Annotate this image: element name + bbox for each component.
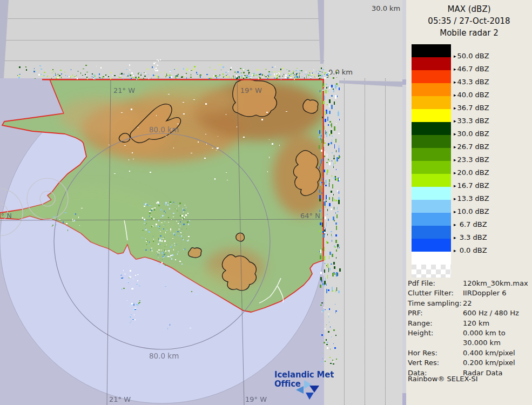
dbz-value-label: 23.3 dBZ <box>457 156 489 164</box>
info-value: 120 km <box>463 319 489 328</box>
colorbar-block <box>412 70 451 83</box>
vertical-profile-right-panel <box>324 78 402 405</box>
colorbar-label: ▸30.0 dBZ <box>454 130 489 138</box>
dbz-value-label: 43.3 dBZ <box>457 78 489 86</box>
meridian-label: 19° W <box>240 86 262 94</box>
colorbar-block <box>412 83 451 96</box>
product-header: MAX (dBZ) 05:35 / 27-Oct-2018 Mobile rad… <box>406 3 532 39</box>
profile-corner-panel: 30.0 km 0.0 km <box>324 0 402 78</box>
colorbar-label: ▸16.7 dBZ <box>454 181 489 190</box>
colorbar-block <box>412 200 451 213</box>
profile-gridline <box>385 78 386 405</box>
met-office-triangles-icon <box>296 377 322 402</box>
info-value: 0.400 km/pixel <box>463 348 515 358</box>
dbz-value-label: 16.7 dBZ <box>457 181 489 190</box>
colorbar-label: ▸26.7 dBZ <box>454 143 489 151</box>
info-row: Range:120 km <box>408 319 531 328</box>
info-row: PRF:600 Hz / 480 Hz <box>408 308 531 318</box>
colorbar-label: ▸ 0.0 dBZ <box>454 246 487 255</box>
info-label: PRF: <box>408 308 463 318</box>
product-datetime: 05:35 / 27-Oct-2018 <box>406 15 532 27</box>
colorbar-tick-arrow-icon: ▸ <box>454 144 456 150</box>
sidebar-edge-strip <box>402 0 406 405</box>
info-label <box>408 338 463 348</box>
dbz-value-label: 20.0 dBZ <box>457 168 489 177</box>
colorbar-white-block <box>412 252 451 265</box>
colorbar-tick-arrow-icon: ▸ <box>454 209 456 214</box>
profile-gridline <box>344 78 345 405</box>
colorbar-tick-arrow-icon: ▸ <box>454 66 456 72</box>
profile-gridline <box>0 40 324 40</box>
info-value: 22 <box>463 299 472 308</box>
colorbar-tick-arrow-icon: ▸ <box>454 92 456 98</box>
colorbar-tick-arrow-icon: ▸ <box>454 196 456 201</box>
colorbar-transparent-block <box>412 265 451 278</box>
info-row: Pdf File:120km_30km.max <box>408 279 531 288</box>
colorbar-tick-arrow-icon: ▸ <box>454 222 456 227</box>
info-row: Time sampling:22 <box>408 299 531 308</box>
colorbar-label: ▸20.0 dBZ <box>454 168 489 177</box>
dbz-value-label: 0.0 dBZ <box>457 246 487 254</box>
info-value: 120km_30km.max <box>463 279 528 288</box>
colorbar-label: ▸36.7 dBZ <box>454 104 489 112</box>
info-label: Hor Res: <box>408 348 463 358</box>
colorbar-label: ▸46.7 dBZ <box>454 65 489 73</box>
colorbar-block <box>412 135 451 148</box>
dbz-colorbar <box>412 44 451 278</box>
vertical-profile-top-panel <box>0 0 324 78</box>
dbz-value-label: 50.0 dBZ <box>457 52 489 60</box>
height-axis-min-label: 0.0 km <box>328 68 353 76</box>
icelandic-met-office-logo: Icelandic Met Office <box>274 370 339 389</box>
radar-name: Mobile radar 2 <box>406 27 532 39</box>
dbz-value-label: 3.3 dBZ <box>457 233 487 241</box>
info-label: Height: <box>408 328 463 338</box>
info-row: Height:0.000 km to <box>408 328 531 338</box>
product-info-table: Pdf File:120km_30km.maxClutter Filter:II… <box>408 279 531 378</box>
edge-marker <box>402 393 406 405</box>
info-value: 30.000 km <box>463 338 501 348</box>
colorbar-label: ▸23.3 dBZ <box>454 156 489 164</box>
product-title: MAX (dBZ) <box>406 3 532 15</box>
colorbar-block <box>412 213 451 226</box>
edge-marker <box>402 79 406 85</box>
profile-gridline <box>0 60 324 61</box>
colorbar-block <box>412 148 451 161</box>
dbz-value-label: 13.3 dBZ <box>457 194 489 202</box>
colorbar-block <box>412 109 451 122</box>
radar-map-display: 21° W 19° W 21° W 19° W 64° N 64° N 80.0… <box>0 78 324 405</box>
info-row: Clutter Filter:IIRDoppler 6 <box>408 288 531 298</box>
dbz-value-label: 26.7 dBZ <box>457 143 489 151</box>
colorbar-tick-arrow-icon: ▸ <box>454 157 456 163</box>
meridian-label: 19° W <box>245 395 267 403</box>
dbz-value-label: 6.7 dBZ <box>457 220 487 228</box>
colorbar-label: ▸33.3 dBZ <box>454 117 489 125</box>
colorbar-label: ▸50.0 dBZ <box>454 52 489 60</box>
info-value: IIRDoppler 6 <box>463 288 507 298</box>
colorbar-block <box>412 44 451 57</box>
meridian-label: 21° W <box>109 395 131 403</box>
ring-distance-label: 80.0 km <box>149 125 179 134</box>
info-label: Clutter Filter: <box>408 288 463 298</box>
height-axis-max-label: 30.0 km <box>372 4 400 12</box>
colorbar-block <box>412 122 451 135</box>
meridian-label: 21° W <box>113 86 135 94</box>
colorbar-tick-arrow-icon: ▸ <box>454 235 456 240</box>
dbz-value-label: 36.7 dBZ <box>457 104 489 112</box>
colorbar-label: ▸40.0 dBZ <box>454 91 489 99</box>
software-brand-label: Rainbow® SELEX-SI <box>408 375 478 383</box>
info-label: Time sampling: <box>408 299 463 308</box>
colorbar-tick-arrow-icon: ▸ <box>454 79 456 85</box>
latitude-label: 64° N <box>300 212 320 220</box>
colorbar-block <box>412 187 451 200</box>
colorbar-tick-arrow-icon: ▸ <box>454 183 456 188</box>
info-row: Hor Res:0.400 km/pixel <box>408 348 531 358</box>
colorbar-label: ▸13.3 dBZ <box>454 194 489 203</box>
colorbar-label: ▸ 6.7 dBZ <box>454 220 487 229</box>
colorbar-tick-arrow-icon: ▸ <box>454 105 456 111</box>
colorbar-block <box>412 57 451 70</box>
dbz-value-label: 40.0 dBZ <box>457 91 489 99</box>
radar-application-window: { "sidebar": { "title": "MAX (dBZ)", "da… <box>0 0 532 405</box>
colorbar-label: ▸ 3.3 dBZ <box>454 233 487 242</box>
profile-gridline <box>0 18 324 19</box>
colorbar-block <box>412 96 451 109</box>
